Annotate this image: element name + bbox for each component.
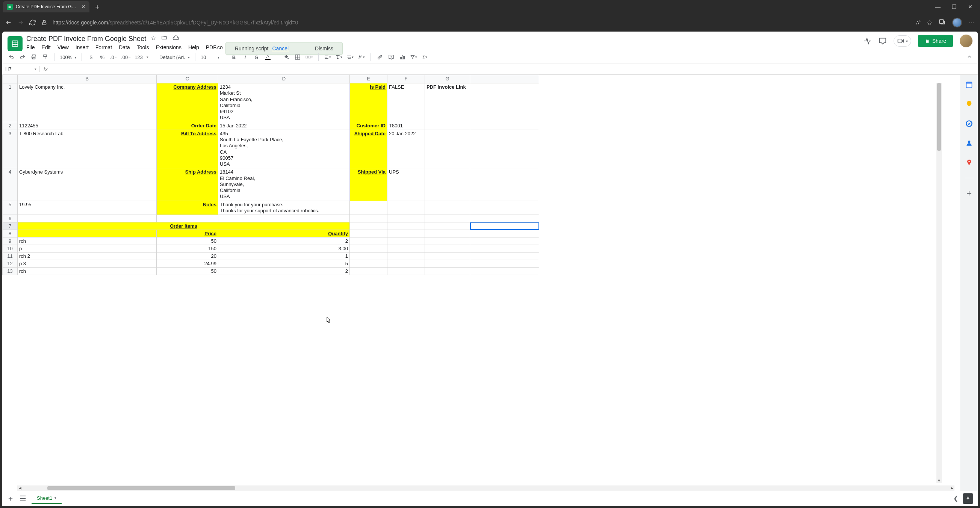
back-button[interactable] [5, 19, 12, 26]
add-addon-icon[interactable]: ＋ [965, 189, 974, 197]
cell[interactable]: 24.99 [157, 260, 218, 268]
cell[interactable] [387, 260, 425, 268]
cell[interactable]: rch [18, 237, 157, 245]
currency-icon[interactable]: $ [87, 54, 95, 60]
cloud-status-icon[interactable] [172, 35, 179, 43]
lock-icon[interactable] [41, 19, 47, 25]
share-button[interactable]: Share [918, 35, 953, 47]
cell[interactable] [387, 237, 425, 245]
cell[interactable] [470, 230, 539, 237]
col-header-e[interactable]: E [350, 75, 387, 83]
cell[interactable]: 3.00 [218, 245, 350, 253]
cell[interactable]: Is Paid [350, 83, 387, 122]
cell[interactable] [425, 260, 470, 268]
cell[interactable]: Order Date [157, 122, 218, 130]
row-header[interactable]: 1 [3, 83, 18, 122]
cell[interactable]: 1122455 [18, 122, 157, 130]
cell[interactable]: FALSE [387, 83, 425, 122]
comments-icon[interactable] [878, 37, 887, 45]
cell[interactable] [470, 168, 539, 201]
cell[interactable] [387, 253, 425, 260]
tasks-app-icon[interactable] [965, 119, 974, 128]
add-sheet-button[interactable]: ＋ [7, 493, 14, 503]
spreadsheet-grid[interactable]: B C D E F G 1Lovely Company Inc.Company … [2, 75, 539, 275]
minimize-icon[interactable]: ― [935, 4, 940, 10]
cell[interactable] [350, 237, 387, 245]
col-header-b[interactable]: B [18, 75, 157, 83]
cell[interactable]: p [18, 245, 157, 253]
undo-icon[interactable] [8, 54, 15, 60]
menu-pdfco[interactable]: PDF.co [206, 45, 223, 50]
zoom-select[interactable]: 100%▾ [60, 54, 76, 60]
col-header-d[interactable]: D [218, 75, 350, 83]
cell[interactable] [387, 230, 425, 237]
row-header[interactable]: 13 [3, 268, 18, 275]
row-header[interactable]: 10 [3, 245, 18, 253]
cell[interactable] [470, 237, 539, 245]
cell[interactable] [350, 260, 387, 268]
cell[interactable] [425, 201, 470, 215]
cell[interactable] [425, 245, 470, 253]
link-icon[interactable] [376, 54, 383, 60]
menu-data[interactable]: Data [119, 45, 130, 50]
cell[interactable] [350, 201, 387, 215]
cell[interactable]: Notes [157, 201, 218, 215]
cell[interactable] [470, 215, 539, 223]
row-header[interactable]: 9 [3, 237, 18, 245]
cell[interactable]: 15 Jan 2022 [218, 122, 350, 130]
cell[interactable]: Bill To Address [157, 130, 218, 168]
decrease-decimal-icon[interactable]: .0← [110, 54, 117, 60]
contacts-app-icon[interactable] [965, 139, 974, 148]
cell[interactable]: 19.95 [18, 201, 157, 215]
vscroll-thumb[interactable] [937, 83, 941, 151]
cell[interactable]: 1 [218, 253, 350, 260]
cell[interactable] [470, 253, 539, 260]
row-header[interactable]: 6 [3, 215, 18, 223]
cell[interactable] [18, 215, 157, 223]
browser-tab[interactable]: ▦ Create PDF Invoice From Google ✕ [3, 1, 89, 13]
cell[interactable] [470, 245, 539, 253]
forward-button[interactable] [17, 19, 24, 26]
cell[interactable] [387, 201, 425, 215]
merge-icon[interactable]: ▾ [305, 54, 313, 60]
menu-help[interactable]: Help [188, 45, 199, 50]
cell[interactable] [18, 230, 157, 237]
print-icon[interactable] [30, 54, 38, 60]
font-select[interactable]: Default (Ari...▾ [159, 54, 190, 60]
toast-cancel-link[interactable]: Cancel [272, 45, 289, 51]
keep-app-icon[interactable] [965, 100, 974, 108]
strike-icon[interactable]: S [253, 54, 260, 60]
cell[interactable] [350, 245, 387, 253]
cell[interactable] [387, 215, 425, 223]
borders-icon[interactable] [294, 54, 301, 60]
row-header[interactable]: 3 [3, 130, 18, 168]
sheet-tab-1[interactable]: Sheet1▾ [32, 493, 62, 504]
cell[interactable]: UPS [387, 168, 425, 201]
collections-icon[interactable] [939, 18, 945, 27]
menu-tools[interactable]: Tools [137, 45, 149, 50]
menu-format[interactable]: Format [95, 45, 112, 50]
sheets-logo[interactable] [8, 36, 22, 51]
increase-decimal-icon[interactable]: .00→ [121, 54, 131, 60]
all-sheets-button[interactable]: ☰ [19, 494, 26, 503]
maximize-icon[interactable]: ❐ [952, 4, 957, 10]
activity-icon[interactable] [864, 37, 872, 45]
cell[interactable] [470, 83, 539, 122]
active-cell[interactable] [470, 223, 539, 230]
cell[interactable]: Cyberdyne Systems [18, 168, 157, 201]
cell[interactable] [387, 268, 425, 275]
cell[interactable] [387, 245, 425, 253]
browser-profile-avatar[interactable] [952, 18, 962, 27]
side-panel-toggle-icon[interactable]: ❮ [953, 495, 958, 502]
menu-file[interactable]: File [26, 45, 35, 50]
italic-icon[interactable]: I [242, 54, 249, 60]
meet-button[interactable]: ▾ [894, 35, 911, 46]
cell[interactable]: 150 [157, 245, 218, 253]
maps-app-icon[interactable] [965, 158, 974, 167]
bold-icon[interactable]: B [230, 54, 238, 60]
vertical-scrollbar[interactable]: ▲ ▼ [936, 83, 942, 483]
horizontal-scrollbar[interactable]: ◀ ▶ [17, 486, 955, 491]
cell[interactable]: Order Items [18, 223, 350, 230]
cell[interactable]: Thank you for your purchase. Thanks for … [218, 201, 350, 215]
cell[interactable]: p 3 [18, 260, 157, 268]
